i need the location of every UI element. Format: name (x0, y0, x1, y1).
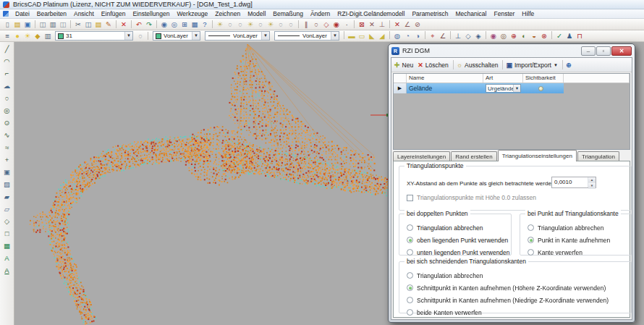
settings-b-icon[interactable]: ◎ (499, 31, 509, 41)
ucs-icon[interactable]: ⊥ (453, 31, 463, 41)
visibility-bulb-icon[interactable] (538, 86, 543, 91)
radio-button[interactable] (528, 237, 534, 243)
menu-item-rzi-digit-gel-ndemodell[interactable]: RZI-Digit.Geländemodell (334, 10, 408, 17)
clipboard-icon[interactable]: ◔ (402, 31, 412, 41)
point-light-icon[interactable]: ○ (225, 20, 235, 29)
loeschen-button[interactable]: ✕ Löschen (418, 62, 449, 69)
maximize-button[interactable]: ▫ (596, 46, 611, 56)
open-file-icon[interactable]: ▤ (12, 20, 22, 29)
pan-icon[interactable]: ◉ (159, 20, 169, 29)
match-properties-icon[interactable]: ✎ (103, 20, 114, 29)
radio-option[interactable]: Triangulation abbrechen (528, 222, 631, 233)
esnap-settings-icon[interactable]: ⌖ (428, 31, 438, 41)
print-icon[interactable]: ▥ (48, 20, 58, 29)
tool-y-icon[interactable]: ♟ (564, 31, 575, 41)
snap-center-icon[interactable]: ◉ (331, 20, 342, 29)
xy-abstand-spinner[interactable]: 0,0010 ▲ ▼ (551, 177, 596, 188)
color-combobox[interactable]: VonLayer ▼ (153, 31, 200, 41)
boundary-icon[interactable]: ▱ (2, 204, 12, 214)
mtext-icon[interactable]: A (2, 266, 12, 276)
radio-option[interactable]: Triangulation abbrechen (407, 270, 631, 281)
delete-icon[interactable]: ✕ (119, 20, 129, 29)
publish-icon[interactable]: ◫ (58, 20, 68, 29)
snap-quadrant-icon[interactable]: ◇ (321, 20, 331, 29)
settings-a-icon[interactable]: ◉ (488, 31, 499, 41)
spinner-down-icon[interactable]: ▼ (588, 183, 596, 189)
revcloud-icon[interactable]: ☁ (2, 81, 12, 91)
radio-button[interactable] (407, 224, 413, 231)
menu-item-datei[interactable]: Datei (12, 10, 33, 17)
undo-icon[interactable]: ↶ (134, 20, 144, 29)
save-icon[interactable]: ▣ (22, 20, 33, 29)
attach-icon[interactable]: ◑ (412, 31, 423, 41)
distant-light-icon[interactable]: ☀ (245, 20, 255, 29)
menu-item-werkzeuge[interactable]: Werkzeuge (173, 10, 211, 17)
radio-button[interactable] (407, 272, 413, 279)
chevron-down-icon[interactable]: ▼ (513, 85, 520, 92)
menu-item-bearbeiten[interactable]: Bearbeiten (33, 10, 70, 17)
art-combobox[interactable]: Urgelände ▼ (486, 84, 521, 93)
rectangle-icon[interactable]: □ (2, 229, 12, 239)
menu-item-parametrisch[interactable]: Parametrisch (408, 10, 452, 17)
layer-on-icon[interactable]: ● (12, 31, 22, 41)
view-icon[interactable]: ⊞ (179, 20, 190, 29)
layer-explorer-icon[interactable]: ≡ (2, 31, 12, 41)
layer-print-icon[interactable]: ▥ (43, 31, 53, 41)
snap-parallel-icon[interactable]: ∥ (301, 20, 311, 29)
settings-c-icon[interactable]: ⊕ (509, 31, 519, 41)
arc-icon[interactable]: ◠ (2, 56, 12, 67)
circle-icon[interactable]: ○ (2, 93, 12, 104)
line-icon[interactable]: ╱ (2, 44, 12, 54)
copy-icon[interactable]: ◫ (83, 20, 93, 29)
menu-item-mechanical[interactable]: Mechanical (452, 10, 490, 17)
sky-icon[interactable]: ○ (276, 20, 286, 29)
redo-icon[interactable]: ↷ (144, 20, 154, 29)
tab-triangulation[interactable]: Triangulation (577, 151, 619, 161)
help-icon[interactable]: ? (200, 20, 210, 29)
row-art-cell[interactable]: Urgelände ▼ (483, 83, 523, 93)
menu-item-zeichnen[interactable]: Zeichnen (211, 10, 244, 17)
menu-item-einstellungen[interactable]: Einstellungen (129, 10, 173, 17)
lineweight-combobox[interactable]: VonLayer ▼ (274, 31, 339, 41)
neu-button[interactable]: ✛ Neu (394, 62, 413, 69)
light-bulb-icon[interactable]: ☀ (215, 20, 225, 29)
chevron-down-icon[interactable]: ▼ (124, 32, 132, 40)
spinner-up-icon[interactable]: ▲ (588, 177, 596, 183)
text-icon[interactable]: A (2, 253, 12, 263)
radio-button[interactable] (407, 297, 413, 303)
close-button[interactable]: ✕ (611, 46, 632, 56)
radio-button[interactable] (528, 224, 534, 231)
radio-option[interactable]: Triangulation abbrechen (407, 222, 511, 233)
row-sichtbarkeit-cell[interactable] (523, 83, 564, 93)
solid-icon[interactable]: ▰ (2, 192, 12, 202)
donut-icon[interactable]: ◎ (2, 106, 12, 116)
linetype-combobox[interactable]: VonLayer ▼ (205, 31, 270, 41)
radio-option[interactable]: Punkt in Kante aufnehmen (528, 235, 631, 245)
radio-option[interactable]: beide Kanten verwerfen (407, 307, 631, 318)
menu-item-fenster[interactable]: Fenster (490, 10, 518, 17)
new-file-icon[interactable]: ▯ (2, 20, 12, 29)
radio-option[interactable]: Schnittpunkt in Kanten aufnehmen (Höhere… (407, 282, 631, 293)
layer-combobox[interactable]: 31 ▼ (55, 31, 133, 41)
regen-icon[interactable]: ▦ (190, 20, 200, 29)
snap-node-icon[interactable]: ∙ (342, 20, 352, 29)
lineweight-display-icon[interactable]: ▬ (347, 31, 357, 41)
ausschalten-button[interactable]: ☼ Ausschalten (457, 62, 499, 69)
radio-button[interactable] (528, 249, 534, 256)
tab-rand-erstellen[interactable]: Rand erstellen (451, 151, 497, 161)
region-icon[interactable]: ▣ (2, 167, 12, 177)
audio-note-icon[interactable]: ◍ (392, 31, 402, 41)
radio-button[interactable] (407, 284, 413, 291)
menu-item-einf-gen[interactable]: Einfügen (98, 10, 130, 17)
polyline-icon[interactable]: ⌐ (2, 69, 12, 79)
zoom-icon[interactable]: ◎ (169, 20, 179, 29)
menu-item-bema-ung[interactable]: Bemaßung (269, 10, 307, 17)
tool-z-icon[interactable]: ⊓ (575, 31, 585, 41)
layer-lock-icon[interactable]: ◆ (33, 31, 43, 41)
spline-icon[interactable]: ∿ (2, 130, 12, 140)
chevron-down-icon[interactable]: ▼ (261, 32, 269, 40)
menu-item-modell[interactable]: Modell (244, 10, 269, 17)
plot-preview-icon[interactable]: ◫ (38, 20, 48, 29)
tab-triangulationseinstellungen[interactable]: Triangulationseinstellungen (498, 150, 577, 161)
menu-item-ansicht[interactable]: Ansicht (70, 10, 98, 17)
